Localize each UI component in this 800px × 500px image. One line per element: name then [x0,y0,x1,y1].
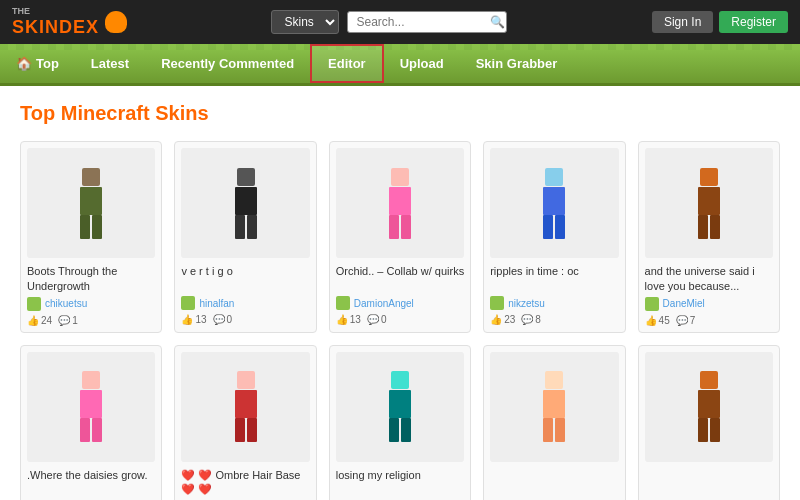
skin-card[interactable]: Orchid.. – Collab w/ quirksDamionAngel👍 … [329,141,471,333]
skin-author-row: DamionAngel [336,296,464,310]
skin-author-row: chikuetsu [27,297,155,311]
comment-icon: 💬 [367,314,379,325]
skin-card[interactable]: .Where the daisies grow.Calensio107👍 29💬… [20,345,162,500]
author-name: DamionAngel [354,298,414,309]
skin-card[interactable] [638,345,780,500]
like-count: 👍 13 [336,314,361,325]
skin-card[interactable]: and the universe said i love you because… [638,141,780,333]
search-icon: 🔍 [490,15,505,29]
comment-count: 💬 7 [676,315,696,326]
skin-name: v e r t i g o [181,264,309,292]
thumbup-icon: 👍 [490,314,502,325]
skin-card[interactable]: losing my religionbettybuts👍 5💬 0 [329,345,471,500]
skin-image [336,352,464,462]
search-input[interactable] [356,15,486,29]
thumbup-icon: 👍 [336,314,348,325]
author-name: DaneMiel [663,298,705,309]
skin-name: .Where the daisies grow. [27,468,155,496]
main-nav: 🏠 Top Latest Recently Commented Editor U… [0,44,800,86]
skin-image [181,352,309,462]
skin-stats: 👍 24💬 1 [27,315,155,326]
header-buttons: Sign In Register [652,11,788,33]
comment-count: 💬 8 [521,314,541,325]
skins-dropdown[interactable]: Skins [271,10,339,34]
author-avatar [645,297,659,311]
comment-icon: 💬 [676,315,688,326]
thumbup-icon: 👍 [27,315,39,326]
comment-count: 💬 1 [58,315,78,326]
skin-grid: Boots Through the Undergrowthchikuetsu👍 … [20,141,780,500]
skin-name: Orchid.. – Collab w/ quirks [336,264,464,292]
header-center: Skins 🔍 [271,10,507,34]
skin-card[interactable]: ❤️ ❤️ Ombre Hair Base❤️ ❤️yourfriendlyfo… [174,345,316,500]
comment-icon: 💬 [213,314,225,325]
logo-text: THE SKINDEX [12,6,99,38]
register-button[interactable]: Register [719,11,788,33]
author-avatar [490,296,504,310]
pumpkin-icon [105,11,127,33]
skin-image [490,352,618,462]
skin-image [181,148,309,258]
author-name: chikuetsu [45,298,87,309]
like-count: 👍 13 [181,314,206,325]
logo-area: THE SKINDEX [12,6,127,38]
search-box: 🔍 [347,11,507,33]
main-content: Top Minecraft Skins Boots Through the Un… [0,86,800,500]
author-avatar [181,296,195,310]
skin-name: ❤️ ❤️ Ombre Hair Base❤️ ❤️ [181,468,309,497]
nav-item-skin-grabber[interactable]: Skin Grabber [460,44,574,83]
skin-name: Boots Through the Undergrowth [27,264,155,293]
nav-item-editor[interactable]: Editor [310,44,384,83]
skin-image [490,148,618,258]
nav-item-recently-commented[interactable]: Recently Commented [145,44,310,83]
site-header: THE SKINDEX Skins 🔍 Sign In Register [0,0,800,44]
skin-stats: 👍 23💬 8 [490,314,618,325]
nav-item-top[interactable]: 🏠 Top [0,44,75,83]
thumbup-icon: 👍 [181,314,193,325]
skin-image [27,148,155,258]
skin-image [336,148,464,258]
signin-button[interactable]: Sign In [652,11,713,33]
skin-name: and the universe said i love you because… [645,264,773,293]
thumbup-icon: 👍 [645,315,657,326]
like-count: 👍 23 [490,314,515,325]
skin-card[interactable] [483,345,625,500]
skin-author-row: nikzetsu [490,296,618,310]
skin-name: losing my religion [336,468,464,496]
skin-stats: 👍 13💬 0 [181,314,309,325]
skin-image [645,148,773,258]
comment-icon: 💬 [521,314,533,325]
skin-image [645,352,773,462]
comment-count: 💬 0 [367,314,387,325]
skin-author-row: hinalfan [181,296,309,310]
like-count: 👍 24 [27,315,52,326]
skin-author-row: DaneMiel [645,297,773,311]
author-name: nikzetsu [508,298,545,309]
skin-card[interactable]: ripples in time : ocnikzetsu👍 23💬 8 [483,141,625,333]
skin-card[interactable]: v e r t i g ohinalfan👍 13💬 0 [174,141,316,333]
author-name: hinalfan [199,298,234,309]
skin-image [27,352,155,462]
skin-name [490,468,618,496]
author-avatar [336,296,350,310]
nav-item-latest[interactable]: Latest [75,44,145,83]
like-count: 👍 45 [645,315,670,326]
skin-name: ripples in time : oc [490,264,618,292]
skin-stats: 👍 13💬 0 [336,314,464,325]
skin-name [645,468,773,496]
nav-item-upload[interactable]: Upload [384,44,460,83]
skin-stats: 👍 45💬 7 [645,315,773,326]
comment-icon: 💬 [58,315,70,326]
skin-card[interactable]: Boots Through the Undergrowthchikuetsu👍 … [20,141,162,333]
page-title: Top Minecraft Skins [20,102,780,125]
home-icon: 🏠 [16,56,32,71]
comment-count: 💬 0 [213,314,233,325]
author-avatar [27,297,41,311]
